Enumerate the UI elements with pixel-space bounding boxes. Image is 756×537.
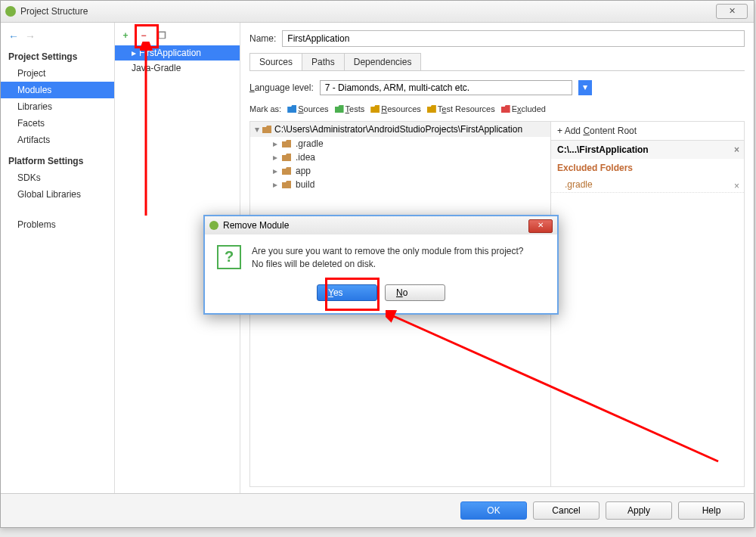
folder-idea[interactable]: ▸.idea [250, 151, 550, 164]
dialog-footer: OK Cancel Apply Help [1, 493, 754, 527]
caret-right-icon: ▸ [273, 138, 277, 149]
tab-dependencies[interactable]: Dependencies [344, 53, 422, 70]
folder-icon [262, 126, 271, 133]
nav-global-libraries[interactable]: Global Libraries [1, 186, 114, 203]
dialog-titlebar: Remove Module ✕ [205, 216, 557, 234]
yes-button[interactable]: Yes [317, 284, 377, 301]
folder-icon [282, 154, 291, 161]
module-icon: ▸ [132, 48, 136, 58]
help-button[interactable]: Help [678, 501, 745, 520]
app-icon [5, 6, 16, 17]
folder-app[interactable]: ▸app [250, 164, 550, 178]
window-close-button[interactable]: ✕ [716, 4, 748, 19]
remove-module-dialog: Remove Module ✕ ? Are you sure you want … [203, 215, 559, 315]
module-java-gradle[interactable]: Java-Gradle [115, 61, 240, 76]
remove-excluded-icon[interactable]: × [734, 181, 739, 191]
remove-module-button[interactable]: − [136, 28, 151, 43]
question-icon: ? [217, 245, 241, 269]
folder-icon [427, 105, 436, 113]
caret-right-icon: ▸ [273, 166, 277, 176]
name-label: Name: [249, 33, 276, 44]
folder-icon [287, 105, 296, 113]
nav-artifacts[interactable]: Artifacts [1, 132, 114, 148]
content-root-path[interactable]: C:\...\FirstApplication× [551, 141, 744, 159]
content-roots-pane: + Add Content Root C:\...\FirstApplicati… [550, 122, 744, 486]
folder-icon [282, 167, 291, 175]
folder-icon [282, 140, 291, 147]
mark-sources[interactable]: Sources [287, 104, 328, 113]
dialog-message: Are you sure you want to remove the only… [252, 245, 524, 271]
folder-gradle[interactable]: ▸.gradle [250, 137, 550, 151]
mark-resources[interactable]: Resources [370, 104, 421, 113]
folder-icon [501, 105, 510, 113]
module-firstapplication[interactable]: ▸FirstApplication [115, 45, 240, 61]
excluded-folders-header: Excluded Folders [551, 159, 744, 177]
apply-button[interactable]: Apply [606, 501, 672, 520]
excluded-item-gradle[interactable]: .gradle× [551, 177, 744, 193]
tab-sources[interactable]: Sources [249, 53, 302, 70]
add-module-button[interactable]: + [118, 28, 133, 43]
caret-right-icon: ▸ [273, 152, 277, 163]
dialog-title: Remove Module [223, 220, 289, 231]
back-arrow[interactable]: ← [8, 30, 19, 42]
folder-build[interactable]: ▸build [250, 178, 550, 191]
mark-excluded[interactable]: Excluded [501, 104, 546, 113]
forward-arrow[interactable]: → [25, 30, 36, 42]
mark-as-row: Mark as: Sources Tests Resources Test Re… [249, 104, 745, 113]
folder-icon [282, 181, 291, 188]
copy-module-button[interactable]: ❐ [154, 28, 169, 43]
remove-content-root-icon[interactable]: × [734, 144, 739, 155]
mark-as-label: Mark as: [249, 104, 281, 113]
nav-project[interactable]: Project [1, 65, 114, 82]
module-tabs: Sources Paths Dependencies [249, 53, 745, 71]
section-project-settings: Project Settings [1, 48, 114, 65]
add-content-root-button[interactable]: + Add Content Root [551, 122, 744, 141]
caret-right-icon: ▸ [273, 179, 277, 190]
cancel-button[interactable]: Cancel [533, 501, 600, 520]
mark-tests[interactable]: Tests [335, 104, 365, 113]
window-title: Project Structure [20, 6, 88, 17]
settings-sidebar: ← → Project Settings Project Modules Lib… [1, 23, 115, 495]
nav-modules[interactable]: Modules [1, 82, 114, 98]
language-level-dropdown-button[interactable]: ▾ [578, 80, 592, 95]
caret-down-icon: ▾ [255, 124, 259, 135]
no-button[interactable]: No [385, 284, 445, 301]
nav-sdks[interactable]: SDKs [1, 169, 114, 186]
language-level-select[interactable]: 7 - Diamonds, ARM, multi-catch etc. [320, 80, 572, 95]
content-root-node[interactable]: ▾C:\Users\Administrator\AndroidStudioPro… [250, 122, 550, 137]
module-name-input[interactable] [282, 30, 745, 47]
nav-problems[interactable]: Problems [1, 216, 114, 233]
tab-paths[interactable]: Paths [302, 53, 345, 70]
mark-test-resources[interactable]: Test Resources [427, 104, 495, 113]
dialog-close-button[interactable]: ✕ [528, 219, 553, 233]
language-level-label: Language level: [249, 82, 314, 93]
folder-icon [370, 105, 380, 113]
dialog-icon [209, 221, 218, 230]
section-platform-settings: Platform Settings [1, 153, 114, 169]
ok-button[interactable]: OK [460, 501, 527, 520]
nav-facets[interactable]: Facets [1, 115, 114, 132]
titlebar: Project Structure ✕ [1, 1, 754, 23]
nav-libraries[interactable]: Libraries [1, 98, 114, 115]
folder-icon [335, 105, 344, 113]
